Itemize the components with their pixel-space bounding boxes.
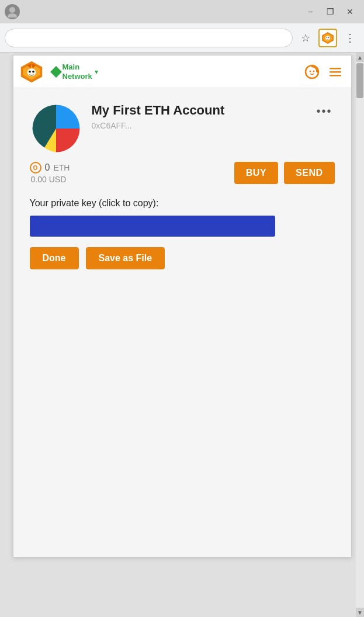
private-key-label: Your private key (click to copy): [30,198,335,209]
private-key-section: Your private key (click to copy): Done S… [13,196,351,283]
svg-point-16 [309,70,311,72]
svg-rect-20 [330,75,341,77]
eth-amount: 0 [45,162,50,173]
svg-point-0 [9,7,15,13]
fox-logo [20,61,43,83]
close-button[interactable]: ✕ [341,4,359,20]
address-bar[interactable] [5,29,293,47]
svg-point-5 [327,37,328,38]
save-as-file-button[interactable]: Save as File [86,247,165,269]
hamburger-menu-button[interactable] [327,63,344,81]
svg-point-10 [29,70,31,72]
send-button[interactable]: SEND [284,162,334,184]
mm-header: Main Network ▾ [13,56,351,88]
balance-row: O 0 ETH 0.00 USD BUY SEND [30,162,335,184]
svg-point-6 [328,37,330,38]
scrollbar-thumb[interactable] [356,63,363,98]
account-address: 0xC6AFF... [92,121,335,130]
svg-rect-18 [330,68,341,70]
account-top: My First ETH Account ••• 0xC6AFF... [30,102,335,155]
star-button[interactable]: ☆ [296,29,315,47]
metamask-extension-button[interactable] [318,29,337,47]
svg-point-11 [32,70,34,72]
buy-button[interactable]: BUY [234,162,278,184]
scrollbar-track: ▲ [356,53,364,617]
svg-point-17 [313,70,314,72]
network-label: Main Network [63,63,92,81]
refresh-button[interactable] [303,63,321,81]
eth-balance: O 0 ETH 0.00 USD [30,162,70,184]
svg-point-4 [325,36,330,40]
network-selector[interactable]: Main Network ▾ [48,60,102,83]
account-icon [5,4,20,19]
title-bar: − ❐ ✕ [0,0,364,23]
metamask-popup: Main Network ▾ [13,55,352,557]
usd-label: USD [49,175,67,184]
account-avatar-pie [30,102,82,155]
browser-toolbar: ☆ ⋮ [0,23,364,53]
private-key-bar[interactable] [30,216,275,237]
eth-icon: O [30,162,41,174]
eth-label: ETH [53,163,70,172]
network-diamond-icon [50,66,62,78]
account-options-button[interactable]: ••• [311,102,334,118]
header-right [303,63,344,81]
scroll-down-button[interactable]: ▼ [356,608,364,617]
done-button[interactable]: Done [30,247,79,269]
action-buttons: BUY SEND [234,162,335,184]
network-chevron-icon: ▾ [95,68,98,76]
bottom-buttons: Done Save as File [30,247,335,269]
usd-amount: 0.00 [31,175,47,184]
account-name: My First ETH Account [92,102,225,119]
svg-rect-19 [330,71,341,73]
svg-point-9 [27,68,36,76]
account-section: My First ETH Account ••• 0xC6AFF... O 0 … [13,88,351,196]
scroll-up-button[interactable]: ▲ [356,53,364,62]
svg-point-1 [8,13,17,18]
restore-button[interactable]: ❐ [321,4,339,20]
account-info: My First ETH Account ••• 0xC6AFF... [92,102,335,137]
minimize-button[interactable]: − [301,4,320,20]
browser-menu-button[interactable]: ⋮ [341,29,359,47]
